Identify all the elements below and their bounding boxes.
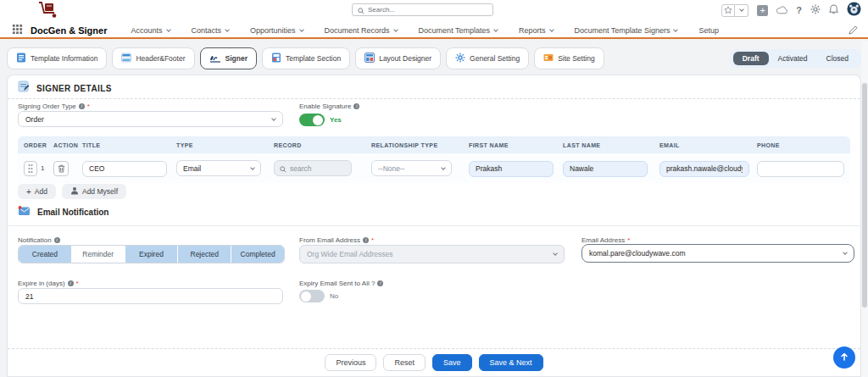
col-title: TITLE [82,142,176,148]
add-button[interactable]: Add [18,184,56,199]
scrollbar-thumb[interactable] [862,83,867,308]
template-information-icon [16,53,26,64]
notifications-bell-icon[interactable] [829,3,838,18]
app-window: DocGen & Signer Accounts Contacts Opport… [0,0,868,377]
header-footer-icon [121,53,131,64]
reset-button[interactable]: Reset [383,354,426,371]
divider [8,225,860,226]
toggle-state-label: Yes [330,116,342,124]
col-phone: PHONE [757,142,850,148]
email-input[interactable] [659,161,749,177]
quick-create-icon[interactable] [757,5,768,16]
scrollbar-track [861,41,868,377]
nav-item-contacts[interactable]: Contacts [192,26,230,35]
notification-rejected[interactable]: Rejected [178,246,231,263]
scroll-to-top-button[interactable] [833,347,855,369]
global-search[interactable] [352,3,493,16]
nav-item-document-templates[interactable]: Document Templates [419,26,498,35]
expire-days-input[interactable] [18,288,283,304]
notification-reminder[interactable]: Reminder [72,246,125,263]
email-address-select[interactable]: komal.pare@cloudywave.com [581,244,854,263]
tab-template-information[interactable]: Template Information [7,47,107,69]
tab-site-setting[interactable]: Site Setting [534,47,604,69]
edit-page-pencil-icon[interactable] [849,23,858,38]
setup-gear-icon[interactable] [810,3,821,18]
drag-handle[interactable] [24,161,37,176]
nav-item-setup[interactable]: Setup [698,26,719,35]
title-input[interactable] [82,161,167,177]
tab-header-footer[interactable]: Header&Footer [112,47,194,69]
signers-table-header: ORDER ACTION TITLE TYPE RECORD RELATIONS… [18,136,850,153]
info-icon [377,280,383,286]
required-asterisk [371,236,374,244]
app-name: DocGen & Signer [31,25,107,36]
template-tabs: Template Information Header&Footer Signe… [7,47,861,69]
status-closed[interactable]: Closed [817,52,858,65]
plus-icon [26,187,31,197]
from-email-label: From Email Address [299,236,374,244]
enable-signature-toggle[interactable]: Yes [299,114,342,126]
nav-item-reports[interactable]: Reports [519,26,554,35]
utility-bar [721,3,861,18]
trailhead-icon[interactable] [776,3,787,18]
notification-completed[interactable]: Completed [231,246,284,263]
delete-row-trash-icon[interactable] [53,161,69,176]
last-name-input[interactable] [563,161,648,177]
signer-icon [209,53,221,64]
notification-created[interactable]: Created [19,246,72,263]
signing-order-type-select[interactable]: Order [18,111,283,127]
required-asterisk [87,103,90,110]
nav-item-document-template-signers[interactable]: Document Template Signers [575,26,678,35]
nav-item-accounts[interactable]: Accounts [131,26,170,35]
record-status-toggle: Draft Activated Closed [730,49,861,68]
status-draft[interactable]: Draft [733,52,769,65]
required-asterisk [76,280,79,287]
toggle-on-control[interactable] [299,114,325,126]
signer-page-card: SIGNER DETAILS Signing Order Type Order … [7,75,861,377]
notification-type-segmented: Created Reminder Expired Rejected Comple… [18,245,285,263]
expiry-sent-all-toggle[interactable]: No [299,290,338,302]
app-nav-bar: DocGen & Signer Accounts Contacts Opport… [0,22,868,38]
email-notification-title: Email Notification [37,208,108,217]
col-email: EMAIL [659,142,757,148]
add-myself-button[interactable]: Add Myself [62,184,126,199]
phone-input[interactable] [757,161,844,177]
toggle-state-label: No [330,292,338,300]
favorites-star-icon[interactable] [721,4,735,17]
col-type: TYPE [176,142,274,148]
col-order: ORDER [24,142,53,148]
general-setting-gear-icon [455,53,465,64]
info-icon [68,280,74,286]
favorites-dropdown-icon[interactable] [735,4,748,17]
nav-item-opportunities[interactable]: Opportunities [250,26,303,35]
tab-template-section[interactable]: Template Section [262,47,350,69]
col-record: RECORD [274,142,371,148]
tab-signer[interactable]: Signer [200,47,257,69]
nav-item-document-records[interactable]: Document Records [325,26,398,35]
first-name-input[interactable] [469,161,554,177]
col-action: ACTION [53,142,82,148]
signers-table: ORDER ACTION TITLE TYPE RECORD RELATIONS… [18,136,850,183]
save-button[interactable]: Save [432,354,472,371]
notification-expired[interactable]: Expired [125,246,179,263]
type-select[interactable]: Email [176,160,261,176]
help-icon[interactable] [796,5,802,15]
divider [8,98,860,99]
previous-button[interactable]: Previous [325,354,376,371]
status-activated[interactable]: Activated [769,52,817,65]
notification-label: Notification [18,236,60,244]
app-launcher-icon[interactable] [12,23,23,38]
search-input[interactable] [368,6,478,14]
record-search-field[interactable] [274,160,352,176]
email-address-label: Email Address [581,236,630,244]
info-icon [353,103,359,109]
site-setting-icon [543,53,554,64]
tab-layout-designer[interactable]: Layout Designer [355,47,441,69]
user-avatar[interactable] [847,2,861,19]
record-search-input[interactable] [290,164,345,173]
toggle-off-control[interactable] [299,290,325,302]
relationship-type-select[interactable]: --None-- [371,160,452,176]
tab-general-setting[interactable]: General Setting [446,47,529,69]
save-next-button[interactable]: Save & Next [479,354,543,371]
signer-details-icon [18,80,30,96]
